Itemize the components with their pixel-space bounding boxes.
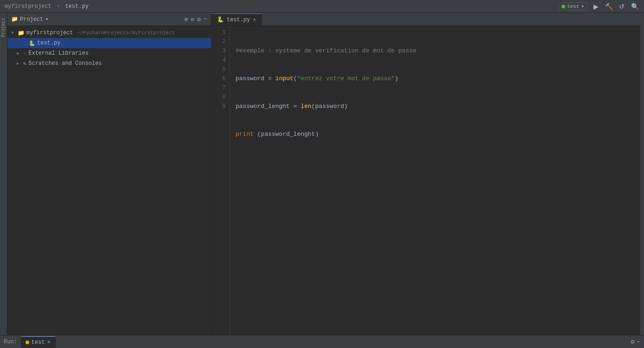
toolbar-right: test ▾ ▶ 🔨 ↺ 🔍: [558, 2, 639, 11]
project-header-icons: ⊕ ⇄ ⚙ −: [185, 16, 207, 23]
line-num-8: 8: [211, 93, 226, 102]
editor-area: 🐍 test.py × 1 2 3 4 5 6 7 8: [211, 13, 640, 335]
code-line-6: [236, 185, 640, 195]
run-badge[interactable]: test ▾: [558, 2, 587, 10]
breadcrumb: myfirstproject › test.py: [5, 3, 89, 10]
test-tab-label: test: [32, 339, 45, 346]
line-num-4: 4: [211, 56, 226, 65]
main-area: Project 📁 Project ▾ ⊕ ⇄ ⚙ − ▼ 📁 myfirstp…: [0, 13, 644, 335]
tree-item-root[interactable]: ▼ 📁 myfirstproject ~/PycharmProjects/myf…: [7, 28, 211, 38]
toggle-icon[interactable]: ⇄: [191, 16, 195, 23]
code-comment-1: #exemple : systeme de verification de mo…: [236, 47, 416, 54]
locate-icon[interactable]: ⊕: [185, 16, 188, 23]
folder-icon: 📁: [11, 16, 18, 23]
editor-tab-close-icon[interactable]: ×: [253, 17, 256, 23]
right-gutter: [640, 13, 644, 335]
test-tab-dot: [26, 341, 29, 344]
sidebar-icons: Project: [0, 13, 7, 335]
line-num-5: 5: [211, 65, 226, 74]
project-tree: ▼ 📁 myfirstproject ~/PycharmProjects/myf…: [7, 26, 211, 335]
bottom-tab-test[interactable]: test ×: [21, 336, 56, 348]
code-line-3: password_lenght = len(password): [236, 102, 640, 111]
code-line-9: [236, 269, 640, 278]
console-settings-icon[interactable]: ⚙: [631, 338, 634, 346]
minimize-icon[interactable]: −: [204, 16, 207, 23]
run-badge-label: test: [567, 4, 579, 9]
scratches-label: Scratches and Consoles: [28, 60, 102, 67]
project-panel: 📁 Project ▾ ⊕ ⇄ ⚙ − ▼ 📁 myfirstproject ~…: [7, 13, 211, 335]
editor-content[interactable]: 1 2 3 4 5 6 7 8 9 #exemple : systeme de …: [211, 26, 640, 335]
root-folder-icon: 📁: [18, 30, 25, 37]
root-arrow-icon: ▼: [11, 31, 16, 36]
tree-item-testpy[interactable]: 🐍 test.py: [7, 38, 211, 48]
run-panel-label: Run:: [4, 339, 17, 345]
run-chevron-icon: ▾: [581, 3, 584, 9]
bottom-tabs: Run: test × ⚙ −: [0, 335, 644, 348]
project-header: 📁 Project ▾ ⊕ ⇄ ⚙ −: [7, 13, 211, 26]
extlibs-arrow-icon: ▶: [17, 51, 21, 56]
project-title-label: Project: [20, 16, 43, 23]
line-num-6: 6: [211, 74, 226, 83]
root-label: myfirstproject: [26, 30, 73, 36]
editor-tab-label: test.py: [227, 17, 250, 23]
scratches-arrow-icon: ▶: [17, 61, 21, 66]
line-num-7: 7: [211, 83, 226, 93]
build-button[interactable]: 🔨: [604, 2, 613, 11]
sidebar-item-project[interactable]: Project: [0, 15, 7, 40]
editor-column: 🐍 test.py × 1 2 3 4 5 6 7 8: [211, 13, 644, 335]
line-num-1: 1: [211, 28, 226, 37]
reload-button[interactable]: ↺: [617, 2, 626, 11]
tree-item-scratches[interactable]: ▶ ✎ Scratches and Consoles: [7, 58, 211, 69]
breadcrumb-project[interactable]: myfirstproject: [5, 3, 51, 10]
line-numbers: 1 2 3 4 5 6 7 8 9: [211, 26, 230, 335]
settings-icon[interactable]: ⚙: [197, 16, 201, 23]
editor-tabs: 🐍 test.py ×: [211, 13, 640, 26]
root-path: ~/PycharmProjects/myfirstproject: [77, 30, 175, 36]
search-button[interactable]: 🔍: [630, 2, 639, 11]
title-bar: myfirstproject › test.py test ▾ ▶ 🔨 ↺ 🔍: [0, 0, 644, 13]
line-num-9: 9: [211, 102, 226, 111]
breadcrumb-file: test.py: [65, 3, 88, 10]
editor-tab-testpy[interactable]: 🐍 test.py ×: [211, 13, 262, 25]
code-line-5: [236, 158, 640, 167]
editor-with-gutter: 🐍 test.py × 1 2 3 4 5 6 7 8: [211, 13, 644, 335]
editor-tab-py-icon: 🐍: [217, 16, 224, 23]
code-content[interactable]: #exemple : systeme de verification de mo…: [230, 26, 640, 335]
testpy-file-icon: 🐍: [29, 40, 35, 46]
line-num-3: 3: [211, 46, 226, 56]
code-line-1: #exemple : systeme de verification de mo…: [236, 46, 640, 56]
code-line-7: [236, 213, 640, 222]
testpy-label: test.py: [37, 40, 60, 46]
run-button[interactable]: ▶: [591, 2, 600, 11]
extlibs-label: External Libraries: [28, 50, 89, 57]
test-tab-close-icon[interactable]: ×: [47, 339, 51, 346]
code-line-4: print (password_lenght): [236, 130, 640, 139]
project-title: 📁 Project ▾: [11, 16, 49, 23]
tree-item-ext-libs[interactable]: ▶ ☆ External Libraries: [7, 48, 211, 58]
code-line-2: password = input("entrez votre mot de pa…: [236, 74, 640, 83]
bottom-panel: Run: test × ⚙ − ▶ ↓ ⬛ ↺ ≡ 📌 🗑 /Users/mac…: [0, 335, 644, 348]
project-title-chevron: ▾: [45, 16, 48, 23]
line-num-2: 2: [211, 37, 226, 46]
run-dot: [561, 5, 565, 8]
code-line-8: [236, 241, 640, 250]
scratches-icon: ✎: [23, 60, 26, 67]
console-minimize-icon[interactable]: −: [637, 338, 640, 346]
extlibs-folder-icon: ☆: [23, 50, 26, 57]
